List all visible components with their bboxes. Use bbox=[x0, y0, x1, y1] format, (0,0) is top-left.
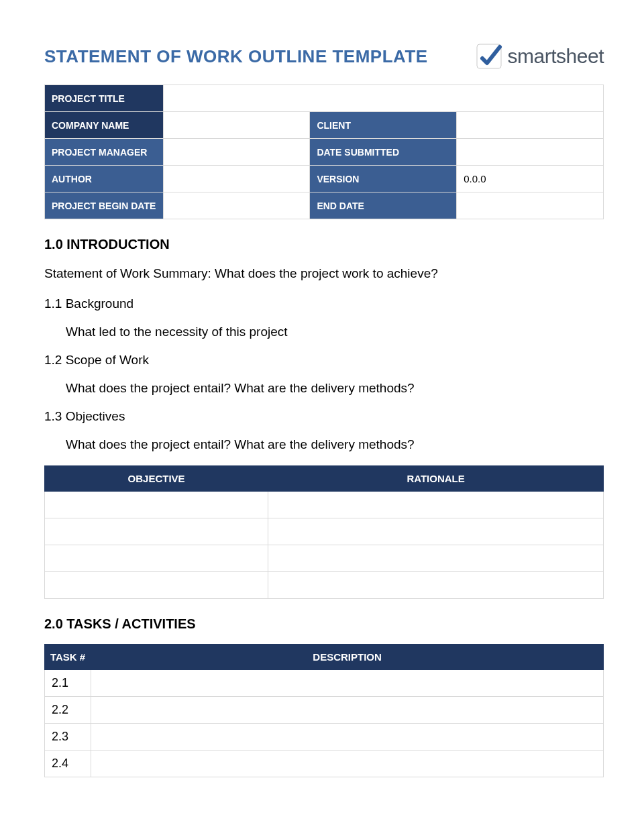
project-meta-table: PROJECT TITLE COMPANY NAME CLIENT PROJEC… bbox=[44, 85, 604, 219]
table-row bbox=[45, 545, 604, 571]
cell-objective[interactable] bbox=[45, 571, 268, 598]
label-date-submitted: DATE SUBMITTED bbox=[310, 139, 457, 166]
label-project-title: PROJECT TITLE bbox=[45, 85, 164, 112]
table-row: 2.1 bbox=[45, 669, 604, 696]
value-begin-date[interactable] bbox=[163, 192, 310, 219]
label-project-manager: PROJECT MANAGER bbox=[45, 139, 164, 166]
table-row: 2.2 bbox=[45, 696, 604, 723]
logo-text-a: smart bbox=[508, 45, 557, 67]
col-task-num: TASK # bbox=[45, 644, 91, 669]
heading-introduction: 1.0 INTRODUCTION bbox=[44, 237, 604, 252]
brand-logo: smartsheet bbox=[473, 40, 604, 72]
cell-task-num: 2.3 bbox=[45, 723, 91, 750]
document-title: STATEMENT OF WORK OUTLINE TEMPLATE bbox=[44, 46, 428, 67]
cell-task-desc[interactable] bbox=[91, 669, 604, 696]
cell-rationale[interactable] bbox=[268, 491, 604, 518]
value-project-title[interactable] bbox=[163, 85, 603, 112]
label-begin-date: PROJECT BEGIN DATE bbox=[45, 192, 164, 219]
value-end-date[interactable] bbox=[457, 192, 604, 219]
value-date-submitted[interactable] bbox=[457, 139, 604, 166]
text-1-3-body: What does the project entail? What are t… bbox=[66, 437, 604, 452]
value-client[interactable] bbox=[457, 112, 604, 139]
cell-task-num: 2.1 bbox=[45, 669, 91, 696]
heading-1-3: 1.3 Objectives bbox=[44, 409, 604, 424]
cell-objective[interactable] bbox=[45, 545, 268, 571]
text-1-1-body: What led to the necessity of this projec… bbox=[66, 325, 604, 339]
label-author: AUTHOR bbox=[45, 166, 164, 192]
cell-objective[interactable] bbox=[45, 491, 268, 518]
cell-task-num: 2.4 bbox=[45, 750, 91, 777]
table-row: 2.4 bbox=[45, 750, 604, 777]
cell-task-desc[interactable] bbox=[91, 696, 604, 723]
value-company-name[interactable] bbox=[163, 112, 310, 139]
logo-text-b: sheet bbox=[556, 45, 604, 67]
objectives-table: OBJECTIVE RATIONALE bbox=[44, 465, 604, 599]
cell-task-desc[interactable] bbox=[91, 723, 604, 750]
table-row bbox=[45, 571, 604, 598]
label-version: VERSION bbox=[310, 166, 457, 192]
tasks-table: TASK # DESCRIPTION 2.1 2.2 2.3 2.4 bbox=[44, 644, 604, 777]
cell-rationale[interactable] bbox=[268, 518, 604, 545]
value-author[interactable] bbox=[163, 166, 310, 192]
col-rationale: RATIONALE bbox=[268, 465, 604, 491]
label-company-name: COMPANY NAME bbox=[45, 112, 164, 139]
label-client: CLIENT bbox=[310, 112, 457, 139]
text-summary: Statement of Work Summary: What does the… bbox=[44, 264, 604, 283]
cell-objective[interactable] bbox=[45, 518, 268, 545]
value-version[interactable]: 0.0.0 bbox=[457, 166, 604, 192]
col-task-desc: DESCRIPTION bbox=[91, 644, 604, 669]
cell-rationale[interactable] bbox=[268, 545, 604, 571]
cell-task-num: 2.2 bbox=[45, 696, 91, 723]
col-objective: OBJECTIVE bbox=[45, 465, 268, 491]
value-project-manager[interactable] bbox=[163, 139, 310, 166]
cell-rationale[interactable] bbox=[268, 571, 604, 598]
table-row: 2.3 bbox=[45, 723, 604, 750]
heading-1-2: 1.2 Scope of Work bbox=[44, 353, 604, 368]
text-1-2-body: What does the project entail? What are t… bbox=[66, 381, 604, 396]
table-row bbox=[45, 518, 604, 545]
checkmark-icon bbox=[473, 40, 505, 72]
cell-task-desc[interactable] bbox=[91, 750, 604, 777]
label-end-date: END DATE bbox=[310, 192, 457, 219]
heading-1-1: 1.1 Background bbox=[44, 296, 604, 311]
table-row bbox=[45, 491, 604, 518]
heading-tasks: 2.0 TASKS / ACTIVITIES bbox=[44, 616, 604, 632]
